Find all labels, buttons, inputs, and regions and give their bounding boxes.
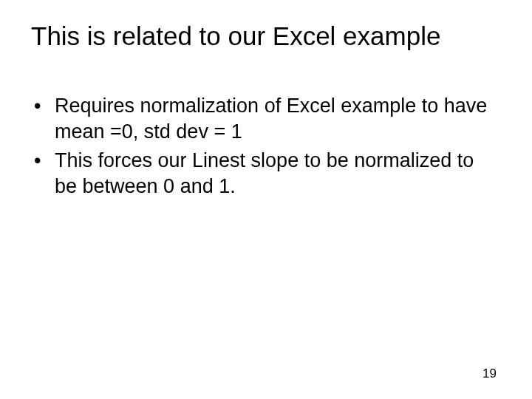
bullet-item: This forces our Linest slope to be norma… (31, 148, 501, 200)
page-number: 19 (482, 366, 497, 381)
slide-title: This is related to our Excel example (31, 21, 501, 52)
bullet-list: Requires normalization of Excel example … (31, 93, 501, 200)
slide-container: This is related to our Excel example Req… (0, 0, 532, 399)
bullet-item: Requires normalization of Excel example … (31, 93, 501, 145)
